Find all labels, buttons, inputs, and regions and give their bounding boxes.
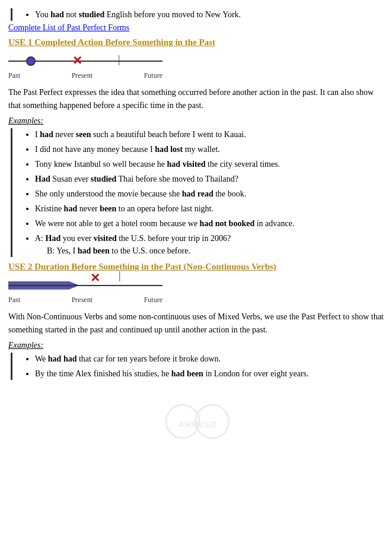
item-text: A: Had you ever visited the U.S. before … [35, 234, 231, 243]
timeline2: ✕ | Past Present Future [8, 277, 174, 305]
section1-description: The Past Perfect expresses the idea that… [8, 86, 386, 113]
item-text: We were not able to get a hotel room bec… [35, 219, 294, 228]
timeline1-label-past: Past [8, 71, 20, 80]
page-content: You had not studied English before you m… [0, 8, 392, 448]
timeline1-dot [26, 56, 36, 66]
section2-bullets-container: We had had that car for ten years before… [11, 353, 386, 380]
timeline2-label-past: Past [8, 296, 20, 305]
item-text: Had Susan ever studied Thai before she m… [35, 175, 238, 183]
timeline1-labels: Past Present Future [8, 71, 162, 80]
section1-examples-label: Examples: [8, 116, 386, 126]
timeline1-line-row: ✕ | [8, 52, 174, 70]
item-text: She only understood the movie because sh… [35, 189, 246, 198]
timeline2-tick: | [119, 269, 121, 282]
item-text: We had had that car for ten years before… [35, 354, 221, 363]
item-text: Tony knew Istanbul so well because he ha… [35, 160, 280, 169]
section1-bullets-container: I had never seen such a beautiful beach … [11, 128, 386, 257]
timeline1-tick: | [118, 53, 120, 66]
section2-examples-label: Examples: [8, 341, 386, 350]
item-text: I did not have any money because I had l… [35, 145, 220, 154]
timeline1-line: ✕ | [8, 61, 162, 62]
section1-bullet-list: I had never seen such a beautiful beach … [17, 128, 386, 257]
timeline2-labels: Past Present Future [8, 296, 162, 305]
answer-text: B: Yes, I had been to the U.S. once befo… [47, 246, 190, 255]
header-bullet-item: You had not studied English before you m… [35, 8, 386, 21]
timeline1-label-present: Present [72, 71, 93, 80]
timeline2-x: ✕ [90, 271, 100, 285]
list-item: Kristine had never been to an opera befo… [35, 202, 386, 215]
bullet-text: You had not studied English before you m… [35, 10, 241, 19]
bold-had: had [50, 10, 64, 19]
list-item: By the time Alex finished his studies, h… [35, 367, 386, 380]
watermark-bottom: ARXIV.UZ [8, 398, 386, 448]
item-text: Kristine had never been to an opera befo… [35, 204, 213, 213]
list-item: I did not have any money because I had l… [35, 143, 386, 156]
answer-item: B: Yes, I had been to the U.S. once befo… [35, 245, 386, 257]
list-item: Had Susan ever studied Thai before she m… [35, 173, 386, 185]
list-item: We had had that car for ten years before… [35, 353, 386, 365]
first-bullet-container: You had not studied English before you m… [11, 8, 386, 21]
timeline1-x: ✕ [72, 55, 82, 66]
svg-text:ARXIV.UZ: ARXIV.UZ [178, 420, 216, 429]
list-item: Tony knew Istanbul so well because he ha… [35, 158, 386, 170]
timeline1-label-future: Future [144, 71, 162, 80]
section2-bullet-list: We had had that car for ten years before… [17, 353, 386, 380]
list-item: We were not able to get a hotel room bec… [35, 217, 386, 230]
list-item: I had never seen such a beautiful beach … [35, 128, 386, 141]
complete-list-link[interactable]: Complete List of Past Perfect Forms [8, 23, 386, 33]
bold-studied: studied [79, 10, 105, 19]
timeline1: ✕ | Past Present Future [8, 52, 174, 80]
timeline2-line-row: ✕ | [8, 277, 174, 294]
watermark-icon: ARXIV.UZ [162, 398, 233, 445]
timeline2-label-future: Future [144, 296, 162, 305]
timeline2-label-present: Present [72, 296, 93, 305]
timeline2-line [8, 285, 162, 286]
section2-heading: USE 2 Duration Before Something in the P… [8, 262, 386, 272]
list-item: She only understood the movie because sh… [35, 188, 386, 200]
header-bullet-list: You had not studied English before you m… [17, 8, 386, 21]
section1-heading: USE 1 Completed Action Before Something … [8, 37, 386, 47]
item-text: I had never seen such a beautiful beach … [35, 130, 246, 139]
list-item: A: Had you ever visited the U.S. before … [35, 232, 386, 257]
section2-description: With Non-Continuous Verbs and some non-c… [8, 310, 386, 337]
item-text: By the time Alex finished his studies, h… [35, 369, 309, 378]
